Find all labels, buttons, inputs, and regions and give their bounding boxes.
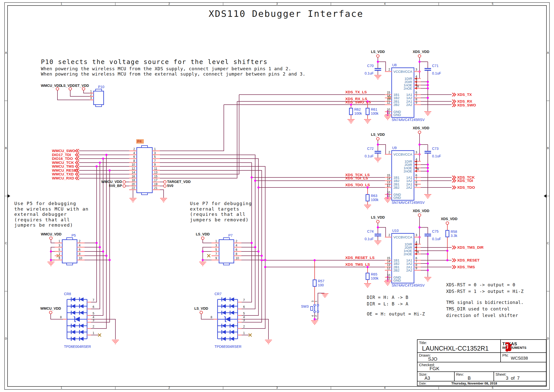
power-flag-icon[interactable]	[69, 88, 72, 90]
ref-designator[interactable]: SW3	[301, 304, 309, 308]
ref-designator[interactable]: C70	[367, 64, 374, 68]
ref-designator[interactable]: C72	[367, 147, 374, 151]
net-label[interactable]: XDS_TMS_DIR	[457, 245, 483, 249]
switch-pin[interactable]	[314, 304, 316, 306]
diode-icon[interactable]	[222, 311, 226, 315]
net-label[interactable]: XDS_RESET	[457, 258, 479, 262]
power-flag-icon[interactable]	[446, 222, 449, 225]
resistor-body[interactable]	[313, 280, 316, 286]
diode-icon[interactable]	[222, 330, 226, 334]
diode-icon[interactable]	[71, 337, 75, 341]
power-flag-icon[interactable]	[123, 185, 126, 187]
net-label[interactable]: XDS_TDI_LS	[345, 176, 368, 180]
ref-designator[interactable]: R63	[371, 194, 377, 198]
diode-icon[interactable]	[80, 324, 84, 328]
diode-icon[interactable]	[80, 330, 84, 334]
power-flag-icon[interactable]	[418, 55, 421, 57]
diode-icon[interactable]	[80, 311, 84, 315]
power-flag-icon[interactable]	[123, 181, 126, 183]
power-flag-icon[interactable]	[82, 88, 85, 90]
power-flag-icon[interactable]	[56, 88, 59, 90]
diode-icon[interactable]	[80, 304, 84, 308]
net-label[interactable]: XDS_TX_LS	[345, 90, 367, 94]
diode-icon[interactable]	[225, 317, 230, 322]
resistor-body[interactable]	[366, 273, 369, 280]
diode-icon[interactable]	[71, 311, 75, 315]
diode-icon[interactable]	[222, 337, 226, 341]
power-flag-icon[interactable]	[164, 185, 166, 187]
net-label[interactable]: XDS_SWO	[457, 103, 476, 107]
ref-designator[interactable]: P4	[137, 139, 142, 143]
diode-icon[interactable]	[230, 324, 234, 328]
diode-icon[interactable]	[230, 330, 234, 334]
power-flag-icon[interactable]	[201, 237, 204, 240]
net-label[interactable]: WMCU_RXD	[52, 176, 74, 180]
diode-icon[interactable]	[71, 324, 75, 328]
diode-icon[interactable]	[230, 297, 234, 301]
net-label[interactable]: XDS_TDI	[457, 178, 473, 183]
diode-icon[interactable]	[80, 297, 84, 301]
power-flag-icon[interactable]	[418, 131, 421, 134]
power-flag-icon[interactable]	[50, 237, 52, 240]
switch-pin[interactable]	[314, 311, 316, 313]
power-flag-icon[interactable]	[164, 181, 166, 183]
ref-designator[interactable]: R58	[451, 230, 457, 234]
resistor-body[interactable]	[350, 108, 353, 115]
ref-designator[interactable]: U8	[392, 63, 397, 67]
net-label[interactable]: WMCU_SWO	[52, 149, 75, 153]
ref-designator[interactable]: C75	[432, 229, 439, 233]
power-flag-icon[interactable]	[49, 311, 52, 314]
ref-designator[interactable]: U10	[392, 229, 399, 233]
ref-designator[interactable]: P10	[98, 85, 104, 89]
net-label[interactable]: DIO16_TDO	[52, 156, 73, 161]
ref-designator[interactable]: C71	[432, 64, 439, 68]
diode-icon[interactable]	[230, 311, 234, 315]
power-flag-icon[interactable]	[377, 55, 379, 57]
ref-designator[interactable]: P5	[72, 233, 76, 237]
switch-pin[interactable]	[317, 311, 319, 313]
power-flag-icon[interactable]	[418, 214, 421, 217]
power-flag-icon[interactable]	[377, 138, 379, 140]
ref-designator[interactable]: U9	[392, 146, 397, 150]
net-label[interactable]: XDS_TDO	[457, 185, 475, 189]
resistor-body[interactable]	[366, 194, 369, 201]
diode-icon[interactable]	[230, 337, 234, 341]
ref-designator[interactable]: R61	[371, 107, 377, 111]
ref-designator[interactable]: R57	[318, 279, 324, 283]
net-label[interactable]: WMCU_TMS	[52, 164, 74, 168]
resistor-body[interactable]	[366, 108, 369, 115]
ref-designator[interactable]: CR7	[215, 292, 222, 296]
net-label[interactable]: XDS_TDO_LS	[345, 183, 370, 187]
switch-actuator[interactable]	[311, 306, 313, 310]
net-label[interactable]: XDS_TMS_LS	[345, 262, 370, 267]
switch-pin[interactable]	[317, 304, 319, 306]
ref-designator[interactable]: R62	[354, 107, 361, 111]
diode-icon[interactable]	[222, 324, 226, 328]
net-label[interactable]: XDS_RESET_LS	[345, 255, 375, 260]
diode-icon[interactable]	[230, 304, 234, 308]
ref-designator[interactable]: R65	[371, 272, 377, 276]
connector-p7[interactable]	[219, 240, 234, 263]
ref-designator[interactable]: CR8	[64, 292, 71, 296]
diode-icon[interactable]	[71, 297, 75, 301]
resistor-body[interactable]	[446, 230, 449, 237]
power-flag-icon[interactable]	[377, 220, 379, 223]
net-label[interactable]: XDS_TX	[457, 92, 472, 97]
connector-p10[interactable]	[94, 91, 104, 105]
ref-designator[interactable]: C73	[432, 147, 439, 151]
diode-icon[interactable]	[71, 330, 75, 334]
diode-icon[interactable]	[80, 337, 84, 341]
diode-icon[interactable]	[222, 304, 226, 308]
note-line: external targets	[190, 206, 252, 212]
net-label[interactable]: XDS_SWO_LS	[345, 100, 371, 104]
diode-icon[interactable]	[75, 317, 80, 322]
power-flag-icon[interactable]	[200, 311, 203, 314]
ref-designator[interactable]: C74	[367, 229, 374, 233]
net-label[interactable]: WMCU_TXD	[52, 172, 74, 176]
connector-p5[interactable]	[62, 240, 77, 263]
diode-icon[interactable]	[222, 297, 226, 301]
net-label[interactable]: XDS_TMS	[457, 265, 475, 269]
connector-p4[interactable]	[137, 148, 152, 193]
ref-designator[interactable]: P7	[228, 233, 233, 237]
diode-icon[interactable]	[71, 304, 75, 308]
